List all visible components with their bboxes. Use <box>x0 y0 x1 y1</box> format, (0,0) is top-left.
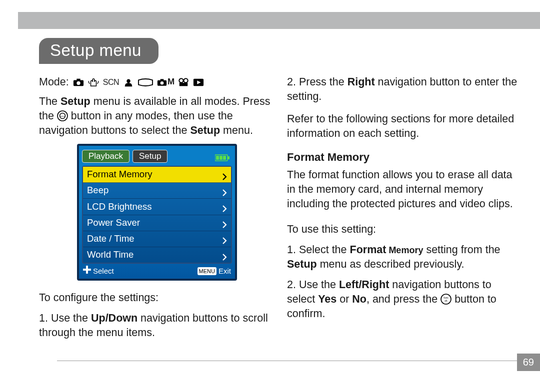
lcd-item-format-memory: Format Memory <box>83 167 231 183</box>
svg-text:menu: menu <box>60 115 66 117</box>
bold-setup: Setup <box>60 95 90 107</box>
lcd-item-beep: Beep <box>83 183 231 199</box>
text: or <box>336 293 352 305</box>
playback-icon <box>193 78 204 87</box>
page-content: Setup menu Mode: SCN <box>18 30 540 382</box>
svg-rect-1 <box>76 78 80 80</box>
lcd-item-label: World Time <box>87 249 134 261</box>
dpad-icon <box>83 266 91 276</box>
page-number: 69 <box>517 354 540 371</box>
bold-leftright: Left/Right <box>339 279 389 291</box>
text: menu. <box>220 124 253 136</box>
text: The <box>39 95 60 107</box>
intro-paragraph: The Setup menu is available in all modes… <box>39 94 271 138</box>
lcd-footer: Select MENU Exit <box>83 266 231 277</box>
bold-format: Format <box>350 244 386 256</box>
chevron-right-icon <box>222 252 227 259</box>
scn-icon: SCN <box>103 77 119 88</box>
chevron-right-icon <box>222 187 227 194</box>
bold-setup: Setup <box>190 124 220 136</box>
mode-label: Mode: <box>39 75 69 89</box>
section-title: Setup menu <box>39 38 158 64</box>
func-ok-button-icon: funcok <box>440 294 452 305</box>
format-memory-body: The format function allows you to erase … <box>287 168 519 211</box>
right-column: 2. Press the Right navigation button to … <box>287 75 519 346</box>
lcd-item-power-saver: Power Saver <box>83 215 231 231</box>
footer-rule <box>57 361 539 361</box>
text: 1. Use the <box>39 312 91 324</box>
bold-right: Right <box>348 76 375 88</box>
lcd-item-world-time: World Time <box>83 247 231 263</box>
bold-setup: Setup <box>287 258 317 270</box>
svg-rect-16 <box>216 156 219 160</box>
svg-rect-17 <box>220 156 222 160</box>
menu-button-icon: menu <box>57 110 68 121</box>
manual-mode-icon: M <box>157 76 174 88</box>
text: setting from the <box>423 244 500 256</box>
battery-icon <box>215 151 230 158</box>
lcd-item-label: Beep <box>87 184 108 197</box>
mode-row: Mode: SCN M <box>39 75 271 89</box>
bold-updown: Up/Down <box>91 312 138 324</box>
lcd-menu-list: Format Memory Beep LCD Brightness Power … <box>82 166 232 264</box>
lcd-item-label: Power Saver <box>87 217 140 229</box>
manual-m-label: M <box>168 76 174 88</box>
chevron-right-icon <box>222 219 227 226</box>
bold-no: No <box>352 293 366 305</box>
fm-step-2: 2. Use the Left/Right navigation buttons… <box>287 278 519 321</box>
bold-yes: Yes <box>318 293 336 305</box>
portrait-icon <box>123 78 134 87</box>
chevron-right-icon <box>222 171 227 178</box>
left-column: Mode: SCN M <box>39 75 271 346</box>
svg-point-3 <box>126 79 130 82</box>
text: 2. Use the <box>287 279 339 291</box>
svg-point-2 <box>76 81 80 84</box>
svg-rect-9 <box>180 82 188 85</box>
two-column-layout: Mode: SCN M <box>39 75 519 346</box>
text: 2. Press the <box>287 76 348 88</box>
text: 1. Select the <box>287 244 350 256</box>
lcd-footer-select-label: Select <box>93 266 114 276</box>
svg-rect-18 <box>223 156 226 160</box>
menu-key-icon: MENU <box>198 267 216 276</box>
header-stripe <box>18 12 540 29</box>
refer-paragraph: Refer to the following sections for more… <box>287 112 519 141</box>
lcd-footer-select: Select <box>83 266 114 276</box>
lcd-item-label: Date / Time <box>87 233 134 245</box>
bold-memory-small: Memory <box>386 245 423 255</box>
svg-rect-5 <box>160 79 164 80</box>
text: , and press the <box>366 293 440 305</box>
fm-step-1: 1. Select the Format Memory setting from… <box>287 243 519 272</box>
svg-point-6 <box>160 81 164 84</box>
svg-point-7 <box>180 78 184 82</box>
hand-shake-icon <box>88 78 99 87</box>
configure-label: To configure the settings: <box>39 291 271 305</box>
to-use-label: To use this setting: <box>287 222 519 237</box>
svg-text:ok: ok <box>445 299 448 302</box>
svg-rect-20 <box>83 269 91 271</box>
left-step-1: 1. Use the Up/Down navigation buttons to… <box>39 311 271 340</box>
lcd-tab-row: Playback Setup <box>82 149 232 164</box>
lcd-tab-playback: Playback <box>82 150 130 163</box>
text: menu as described previously. <box>317 258 464 270</box>
svg-point-8 <box>184 78 188 82</box>
svg-rect-15 <box>228 156 230 159</box>
camera-icon <box>73 78 84 87</box>
lcd-footer-exit: MENU Exit <box>198 266 231 276</box>
lcd-item-label: Format Memory <box>87 168 152 181</box>
movie-icon <box>178 78 189 87</box>
chevron-right-icon <box>222 203 227 210</box>
camera-small-icon <box>157 78 167 87</box>
panorama-icon <box>138 78 153 87</box>
chevron-right-icon <box>222 235 227 242</box>
lcd-screenshot: Playback Setup Format Memory Beep <box>77 144 237 281</box>
lcd-footer-exit-label: Exit <box>218 266 231 276</box>
lcd-item-date-time: Date / Time <box>83 231 231 247</box>
lcd-tab-setup: Setup <box>132 150 168 163</box>
format-memory-heading: Format Memory <box>287 150 519 165</box>
right-step-2: 2. Press the Right navigation button to … <box>287 75 519 104</box>
lcd-item-lcd-brightness: LCD Brightness <box>83 199 231 215</box>
lcd-item-label: LCD Brightness <box>87 201 152 213</box>
